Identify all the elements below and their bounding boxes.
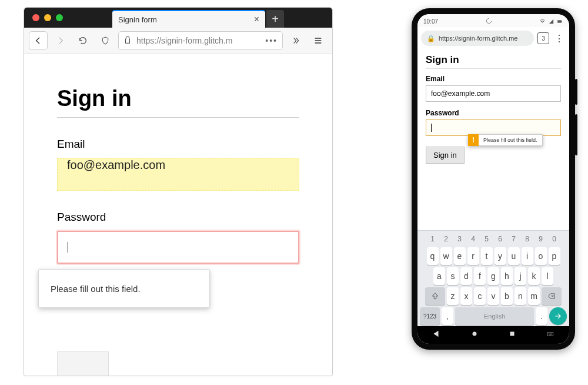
key-e[interactable]: e xyxy=(454,247,466,265)
url-text: https://signin-form.glitch.m xyxy=(136,36,232,45)
key-w[interactable]: w xyxy=(440,247,452,265)
reload-button[interactable] xyxy=(74,31,92,50)
password-input[interactable] xyxy=(426,120,561,136)
menu-button[interactable]: ⋮ xyxy=(553,33,566,44)
key-p[interactable]: p xyxy=(549,247,560,265)
maximize-window-button[interactable] xyxy=(56,14,63,21)
status-time: 10:07 xyxy=(423,18,438,25)
key-n[interactable]: n xyxy=(514,287,526,305)
status-bar: 10:07 xyxy=(417,14,569,27)
nav-recent-button[interactable] xyxy=(508,330,516,340)
key-y[interactable]: y xyxy=(495,247,506,265)
key-r[interactable]: r xyxy=(467,247,479,265)
enter-key[interactable] xyxy=(549,307,567,325)
signin-button[interactable]: Sign in xyxy=(426,147,465,164)
key-6[interactable]: 6 xyxy=(495,233,506,245)
key-m[interactable]: m xyxy=(528,287,540,305)
minimize-window-button[interactable] xyxy=(44,14,51,21)
key-x[interactable]: x xyxy=(460,287,472,305)
key-z[interactable]: z xyxy=(447,287,459,305)
key-s[interactable]: s xyxy=(447,267,459,285)
symbols-key[interactable]: ?123 xyxy=(420,307,440,325)
page-content: Sign in Email foo@example.com Password xyxy=(24,54,332,264)
key-h[interactable]: h xyxy=(501,267,513,285)
key-c[interactable]: c xyxy=(474,287,486,305)
nav-back-button[interactable] xyxy=(432,330,440,340)
key-7[interactable]: 7 xyxy=(508,233,520,245)
menu-button[interactable] xyxy=(309,31,328,50)
close-tab-icon[interactable]: × xyxy=(254,14,259,25)
address-bar[interactable]: https://signin-form.glitch.m ••• xyxy=(118,31,283,50)
keyboard-row-3: zxcvbnm xyxy=(420,287,567,305)
key-1[interactable]: 1 xyxy=(427,233,439,245)
shift-key[interactable] xyxy=(425,287,445,305)
nav-keyboard-button[interactable] xyxy=(546,330,554,340)
status-sync-icon xyxy=(486,18,492,25)
validation-tooltip: ! Please fill out this field. xyxy=(468,134,543,146)
key-v[interactable]: v xyxy=(487,287,499,305)
email-value: foo@example.com xyxy=(431,89,490,98)
password-label: Password xyxy=(57,211,299,224)
page-content: Sign in Email foo@example.com Password S… xyxy=(417,49,569,164)
browser-toolbar: https://signin-form.glitch.m ••• xyxy=(24,28,332,54)
email-input[interactable]: foo@example.com xyxy=(426,85,561,102)
lock-icon: 🔒 xyxy=(427,35,435,42)
email-label: Email xyxy=(426,75,561,83)
close-window-button[interactable] xyxy=(32,14,39,21)
url-text: https://signin-form.glitch.me xyxy=(439,35,518,42)
key-d[interactable]: d xyxy=(460,267,472,285)
forward-button[interactable] xyxy=(51,31,70,50)
new-tab-button[interactable]: + xyxy=(266,10,284,28)
key-g[interactable]: g xyxy=(487,267,499,285)
key-q[interactable]: q xyxy=(427,247,439,265)
key-8[interactable]: 8 xyxy=(522,233,533,245)
space-key[interactable]: English xyxy=(455,307,534,325)
key-t[interactable]: t xyxy=(481,247,493,265)
svg-rect-4 xyxy=(510,332,514,336)
shift-icon xyxy=(431,292,439,300)
keyboard-row-2: asdfghjkl xyxy=(420,267,567,285)
key-2[interactable]: 2 xyxy=(440,233,452,245)
period-key[interactable]: . xyxy=(536,307,547,325)
key-9[interactable]: 9 xyxy=(535,233,547,245)
back-button[interactable] xyxy=(29,31,48,50)
key-i[interactable]: i xyxy=(522,247,533,265)
keyboard-row-1: qwertyuiop xyxy=(420,247,567,265)
address-bar[interactable]: 🔒 https://signin-form.glitch.me xyxy=(421,31,534,46)
key-b[interactable]: b xyxy=(501,287,513,305)
backspace-icon xyxy=(547,292,556,300)
validation-message: Please fill out this field. xyxy=(479,134,543,146)
key-3[interactable]: 3 xyxy=(454,233,466,245)
tracking-shield-button[interactable] xyxy=(96,31,115,50)
key-k[interactable]: k xyxy=(528,267,540,285)
validation-tooltip: Please fill out this field. xyxy=(38,269,210,308)
key-l[interactable]: l xyxy=(542,267,553,285)
key-j[interactable]: j xyxy=(514,267,526,285)
key-0[interactable]: 0 xyxy=(549,233,560,245)
comma-key[interactable]: , xyxy=(442,307,453,325)
key-o[interactable]: o xyxy=(535,247,547,265)
browser-tab[interactable]: Signin form × xyxy=(112,10,265,28)
key-4[interactable]: 4 xyxy=(467,233,479,245)
email-input[interactable]: foo@example.com xyxy=(57,158,299,191)
lock-icon xyxy=(123,36,132,46)
chevrons-right-icon xyxy=(291,36,300,45)
arrow-right-icon xyxy=(56,36,65,45)
password-input[interactable] xyxy=(57,231,299,264)
key-f[interactable]: f xyxy=(474,267,486,285)
submit-button-obscured[interactable] xyxy=(57,351,109,376)
nav-home-button[interactable] xyxy=(470,330,479,340)
heading-divider xyxy=(426,68,561,69)
page-actions-icon[interactable]: ••• xyxy=(265,36,278,45)
keyboard-number-row: 1234567890 xyxy=(420,233,567,245)
overflow-button[interactable] xyxy=(286,31,305,50)
key-5[interactable]: 5 xyxy=(481,233,493,245)
key-u[interactable]: u xyxy=(508,247,520,265)
password-label: Password xyxy=(426,109,561,117)
phone-power-button xyxy=(575,114,577,155)
tab-strip: Signin form × + xyxy=(24,8,332,28)
tabs-button[interactable]: 3 xyxy=(537,32,549,44)
space-label: English xyxy=(484,313,505,320)
key-a[interactable]: a xyxy=(433,267,445,285)
backspace-key[interactable] xyxy=(542,287,562,305)
